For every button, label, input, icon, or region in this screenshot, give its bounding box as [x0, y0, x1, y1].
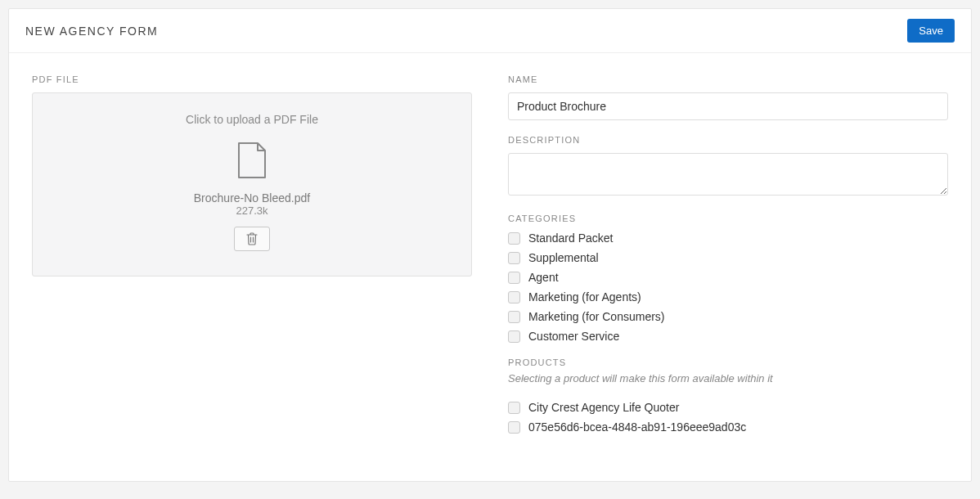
category-item: Customer Service — [508, 330, 948, 343]
delete-file-button[interactable] — [234, 227, 270, 251]
product-checkbox[interactable] — [508, 421, 520, 434]
category-checkbox[interactable] — [508, 232, 520, 245]
category-checkbox[interactable] — [508, 311, 520, 323]
category-checkbox[interactable] — [508, 330, 520, 343]
category-checkbox[interactable] — [508, 272, 520, 284]
product-item: City Crest Agency Life Quoter — [508, 401, 948, 414]
category-label: Supplemental — [528, 251, 599, 264]
form-card: NEW AGENCY FORM Save PDF FILE Click to u… — [8, 8, 972, 482]
category-item: Standard Packet — [508, 232, 948, 245]
category-label: Agent — [528, 271, 559, 284]
pdf-upload-box[interactable]: Click to upload a PDF File Brochure-No B… — [32, 92, 472, 276]
trash-icon — [246, 232, 258, 245]
pdf-section-label: PDF FILE — [32, 74, 472, 84]
category-label: Customer Service — [528, 330, 619, 343]
left-column: PDF FILE Click to upload a PDF File Broc… — [32, 74, 472, 448]
category-item: Marketing (for Consumers) — [508, 310, 948, 323]
category-item: Supplemental — [508, 251, 948, 264]
name-group: NAME — [508, 74, 948, 120]
category-label: Marketing (for Consumers) — [528, 310, 665, 323]
product-item: 075e56d6-bcea-4848-ab91-196eee9ad03c — [508, 420, 948, 434]
category-label: Marketing (for Agents) — [528, 290, 641, 303]
file-size: 227.3k — [49, 205, 455, 217]
card-body: PDF FILE Click to upload a PDF File Broc… — [9, 53, 971, 481]
category-checkbox[interactable] — [508, 291, 520, 303]
category-item: Agent — [508, 271, 948, 284]
categories-section-label: CATEGORIES — [508, 214, 948, 223]
file-name: Brochure-No Bleed.pdf — [49, 191, 455, 205]
category-label: Standard Packet — [528, 232, 614, 245]
right-column: NAME DESCRIPTION CATEGORIES Standard Pac… — [508, 74, 948, 448]
categories-group: CATEGORIES Standard Packet Supplemental … — [508, 214, 948, 343]
upload-hint: Click to upload a PDF File — [49, 113, 455, 126]
products-list: City Crest Agency Life Quoter 075e56d6-b… — [508, 401, 948, 434]
product-label: 075e56d6-bcea-4848-ab91-196eee9ad03c — [528, 420, 746, 434]
categories-list: Standard Packet Supplemental Agent Marke… — [508, 232, 948, 343]
file-icon — [236, 142, 267, 183]
product-label: City Crest Agency Life Quoter — [528, 401, 679, 414]
name-input[interactable] — [508, 92, 948, 120]
page-title: NEW AGENCY FORM — [25, 25, 158, 38]
category-item: Marketing (for Agents) — [508, 290, 948, 303]
description-input[interactable] — [508, 153, 948, 196]
name-section-label: NAME — [508, 74, 948, 84]
category-checkbox[interactable] — [508, 252, 520, 264]
products-section-label: PRODUCTS — [508, 357, 948, 367]
description-group: DESCRIPTION — [508, 135, 948, 199]
save-button[interactable]: Save — [907, 19, 955, 43]
card-header: NEW AGENCY FORM Save — [9, 9, 971, 53]
description-section-label: DESCRIPTION — [508, 135, 948, 145]
products-hint: Selecting a product will make this form … — [508, 372, 948, 384]
product-checkbox[interactable] — [508, 402, 520, 414]
products-group: PRODUCTS Selecting a product will make t… — [508, 357, 948, 434]
